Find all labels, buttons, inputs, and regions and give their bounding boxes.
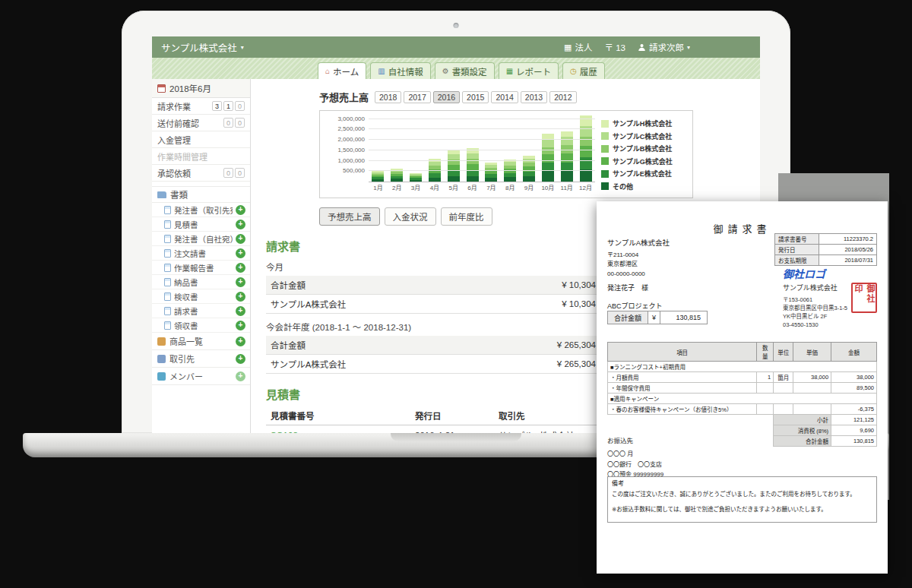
tab-5[interactable]: ◷履歴 (562, 62, 605, 79)
invoice-month-table: 合計金額¥ 10,304サンプルA株式会社¥ 10,304 (266, 276, 600, 314)
invoice-items-header: 項目数量単位単価金額 (608, 343, 877, 362)
year-button[interactable]: 2017 (404, 91, 430, 103)
tab-1[interactable]: ⌂ホーム (318, 62, 366, 79)
legend-item: サンプルG株式会社 (601, 156, 673, 166)
year-button[interactable]: 2013 (521, 91, 547, 103)
chart-view-button[interactable]: 入金状況 (385, 207, 436, 226)
tab-4[interactable]: ▦レポート (499, 62, 559, 79)
issuer-postal: 〒153-0061 (783, 296, 847, 304)
x-axis-label: 7月 (482, 183, 501, 191)
sidebar-doc-item[interactable]: 請求書+ (152, 304, 250, 318)
gridline: 500,000 (369, 170, 595, 171)
recipient-contact: 発注花子 様 (607, 283, 670, 294)
item-cell: -6,375 (831, 404, 877, 415)
task-counts: 00 (223, 168, 245, 178)
bar-slot (482, 115, 501, 182)
add-document-button[interactable]: + (236, 277, 245, 287)
meta-label: お支払期限 (775, 255, 819, 266)
company-switcher[interactable]: サンプル株式会社 ▾ (161, 40, 244, 55)
gridline: 2,000,000 (369, 139, 595, 140)
quote-row[interactable]: SQ1082016-4-21サンプルC株式会社 (266, 425, 600, 434)
sidebar-doc-item[interactable]: 納品書+ (152, 275, 250, 289)
sidebar-item-documents[interactable]: 書類 (152, 186, 250, 203)
amount-row-label: 合計金額 (266, 336, 480, 355)
invoice-fiscal-rows: 合計金額¥ 265,304サンプルA株式会社¥ 265,304 (266, 336, 600, 374)
add-button[interactable]: + (236, 337, 245, 346)
legend-item: サンプルB株式会社 (601, 144, 673, 153)
sidebar-doc-item[interactable]: 検収書+ (152, 289, 250, 304)
tab-3[interactable]: ⚙書類設定 (435, 62, 495, 79)
sidebar-task[interactable]: 請求作業310 (152, 98, 250, 115)
bank-lines: 〇〇〇 月〇〇銀行 〇〇支店〇〇預金 999999999 (607, 449, 663, 480)
add-document-button[interactable]: + (236, 292, 245, 302)
sidebar-doc-item[interactable]: 注文請書+ (152, 246, 250, 261)
sidebar-doc-item[interactable]: 発注書（取引先宛）+ (152, 203, 250, 217)
year-button[interactable]: 2018 (375, 91, 401, 103)
quote-number-link[interactable]: SQ108 (266, 425, 410, 434)
sidebar-task[interactable]: 入金管理 (152, 131, 250, 148)
sidebar-doc-item[interactable]: 発注書（自社宛）+ (152, 232, 250, 246)
stage: サンプル株式会社 ▾ ▦ 法人 〒 13 請求次郎 ▾ (0, 0, 912, 588)
year-button[interactable]: 2012 (549, 91, 576, 103)
legend-label: サンプルE株式会社 (613, 169, 672, 179)
amount-row[interactable]: 合計金額¥ 10,304 (266, 276, 600, 295)
bar-segment (504, 177, 516, 182)
add-document-button[interactable]: + (236, 234, 245, 244)
add-document-button[interactable]: + (236, 321, 245, 330)
add-button[interactable]: + (236, 354, 245, 364)
doc-item-label: 請求書 (174, 305, 198, 317)
sidebar-task[interactable]: 承認依頼00 (152, 165, 250, 182)
document-icon (164, 278, 171, 286)
invoice-summary-row: 小計121,125 (608, 415, 877, 425)
sidebar-doc-item[interactable]: 作業報告書+ (152, 261, 250, 275)
user-name: 請求次郎 (649, 41, 684, 53)
amount-row[interactable]: サンプルA株式会社¥ 265,304 (266, 355, 600, 374)
sidebar-doc-item[interactable]: 見積書+ (152, 217, 250, 232)
chart-title: 予想売上高 (319, 90, 369, 104)
nav-corp[interactable]: ▦ 法人 (564, 41, 592, 53)
legend-swatch (601, 120, 609, 128)
amount-row-value: ¥ 265,304 (480, 355, 600, 374)
add-document-button[interactable]: + (236, 205, 245, 215)
invoice-recipient: サンプルA株式会社 〒211-0004 東京都港区 00-0000-0000 発… (607, 238, 670, 294)
sidebar-item-products[interactable]: 商品一覧+ (152, 333, 250, 350)
count-badge: 0 (223, 168, 233, 178)
issuer-phone: 03-4550-1530 (783, 321, 847, 329)
add-document-button[interactable]: + (236, 306, 245, 316)
sidebar-task[interactable]: 送付前確認00 (152, 115, 250, 131)
year-button[interactable]: 2014 (491, 91, 518, 103)
quote-date: 2016-4-21 (410, 425, 494, 434)
add-button[interactable]: + (236, 371, 245, 381)
sidebar-doc-item[interactable]: 領収書+ (152, 318, 250, 333)
chart-legend: サンプルH株式会社サンプルC株式会社サンプルB株式会社サンプルG株式会社サンプル… (601, 119, 673, 191)
chart-view-button[interactable]: 前年度比 (441, 207, 492, 226)
bar-slot (520, 115, 539, 182)
sidebar-task[interactable]: 作業時間管理 (152, 148, 250, 165)
items-col-header: 項目 (608, 343, 757, 362)
document-icon (164, 307, 171, 315)
year-button[interactable]: 2016 (433, 91, 460, 103)
item-cell (793, 404, 831, 415)
invoice-issuer: サンプル株式会社 〒153-0061 東京都目黒区中目黒3-1-5 YK中目黒ビ… (783, 283, 847, 330)
add-document-button[interactable]: + (236, 248, 245, 258)
year-button[interactable]: 2015 (462, 91, 489, 103)
items-col-header: 金額 (831, 343, 877, 362)
tab-2[interactable]: ▥自社情報 (370, 62, 430, 79)
webcam-dot (454, 23, 459, 28)
amount-row[interactable]: 合計金額¥ 265,304 (266, 336, 600, 355)
amount-row[interactable]: サンプルA株式会社¥ 10,304 (266, 295, 600, 314)
sidebar-month[interactable]: 2018年6月 (152, 79, 250, 98)
add-document-button[interactable]: + (236, 220, 245, 229)
chart-view-button[interactable]: 予想売上高 (319, 207, 380, 226)
tab-label: 履歴 (580, 65, 597, 77)
add-document-button[interactable]: + (236, 263, 245, 273)
sidebar-item-members[interactable]: メンバー+ (152, 368, 250, 385)
nav-postal[interactable]: 〒 13 (604, 41, 625, 53)
sidebar-item-clients[interactable]: 取引先+ (152, 350, 250, 368)
y-axis-label: 1,500,000 (337, 147, 365, 153)
summary-label: 合計金額 (774, 436, 831, 447)
tab-label: 書類設定 (452, 65, 487, 77)
items-col-header: 単位 (774, 343, 793, 362)
user-menu[interactable]: 請求次郎 ▾ (638, 41, 690, 53)
document-icon (164, 292, 171, 301)
